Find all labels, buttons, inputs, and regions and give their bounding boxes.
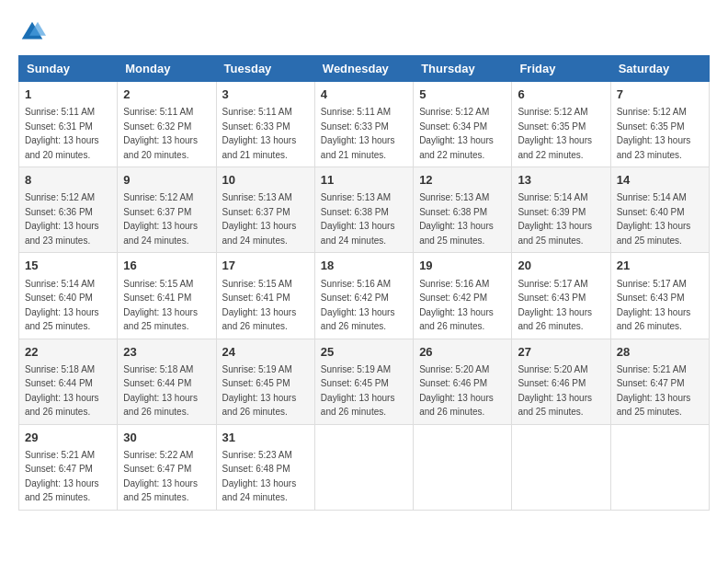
day-number-28: 28: [617, 344, 703, 361]
logo: [18, 18, 50, 46]
day-number-11: 11: [321, 172, 407, 189]
day-header-monday: Monday: [118, 56, 216, 82]
day-number-1: 1: [25, 86, 111, 103]
day-cell-3: 3Sunrise: 5:11 AMSunset: 6:33 PMDaylight…: [216, 82, 314, 167]
day-cell-16: 16Sunrise: 5:15 AMSunset: 6:41 PMDayligh…: [118, 253, 216, 339]
day-info-16: Sunrise: 5:15 AMSunset: 6:41 PMDaylight:…: [123, 279, 198, 332]
day-info-4: Sunrise: 5:11 AMSunset: 6:33 PMDaylight:…: [321, 107, 395, 160]
day-info-21: Sunrise: 5:17 AMSunset: 6:43 PMDaylight:…: [617, 279, 691, 332]
day-number-29: 29: [25, 430, 111, 446]
day-header-friday: Friday: [512, 56, 610, 82]
day-number-7: 7: [617, 86, 703, 103]
day-info-9: Sunrise: 5:12 AMSunset: 6:37 PMDaylight:…: [123, 192, 198, 246]
calendar: SundayMondayTuesdayWednesdayThursdayFrid…: [18, 55, 710, 511]
day-info-17: Sunrise: 5:15 AMSunset: 6:41 PMDaylight:…: [222, 279, 297, 332]
day-info-31: Sunrise: 5:23 AMSunset: 6:48 PMDaylight:…: [222, 450, 297, 503]
day-number-31: 31: [222, 430, 309, 446]
day-number-15: 15: [25, 258, 111, 274]
day-number-3: 3: [222, 86, 309, 103]
day-number-18: 18: [321, 258, 407, 274]
day-info-20: Sunrise: 5:17 AMSunset: 6:43 PMDaylight:…: [518, 279, 592, 332]
day-number-16: 16: [123, 258, 210, 274]
day-cell-8: 8Sunrise: 5:12 AMSunset: 6:36 PMDaylight…: [19, 167, 118, 253]
day-number-12: 12: [419, 172, 506, 189]
day-info-6: Sunrise: 5:12 AMSunset: 6:35 PMDaylight:…: [518, 107, 592, 160]
calendar-week-row-0: 1Sunrise: 5:11 AMSunset: 6:31 PMDaylight…: [19, 82, 710, 167]
day-info-30: Sunrise: 5:22 AMSunset: 6:47 PMDaylight:…: [123, 450, 198, 503]
day-cell-13: 13Sunrise: 5:14 AMSunset: 6:39 PMDayligh…: [512, 167, 610, 253]
day-info-26: Sunrise: 5:20 AMSunset: 6:46 PMDaylight:…: [419, 364, 494, 418]
day-number-25: 25: [321, 344, 407, 361]
day-number-22: 22: [25, 344, 111, 361]
day-cell-6: 6Sunrise: 5:12 AMSunset: 6:35 PMDaylight…: [512, 82, 610, 167]
day-number-8: 8: [25, 172, 111, 189]
day-info-27: Sunrise: 5:20 AMSunset: 6:46 PMDaylight:…: [518, 364, 592, 418]
day-number-13: 13: [518, 172, 604, 189]
day-cell-20: 20Sunrise: 5:17 AMSunset: 6:43 PMDayligh…: [512, 253, 610, 339]
day-info-13: Sunrise: 5:14 AMSunset: 6:39 PMDaylight:…: [518, 192, 592, 246]
day-cell-19: 19Sunrise: 5:16 AMSunset: 6:42 PMDayligh…: [414, 253, 512, 339]
day-number-27: 27: [518, 344, 604, 361]
day-info-7: Sunrise: 5:12 AMSunset: 6:35 PMDaylight:…: [617, 107, 691, 160]
day-cell-5: 5Sunrise: 5:12 AMSunset: 6:34 PMDaylight…: [414, 82, 512, 167]
day-number-19: 19: [419, 258, 506, 274]
day-info-11: Sunrise: 5:13 AMSunset: 6:38 PMDaylight:…: [321, 192, 395, 246]
empty-cell: [610, 424, 709, 510]
day-info-28: Sunrise: 5:21 AMSunset: 6:47 PMDaylight:…: [617, 364, 691, 418]
day-number-5: 5: [419, 86, 506, 103]
day-number-14: 14: [617, 172, 703, 189]
day-header-thursday: Thursday: [414, 56, 512, 82]
day-cell-22: 22Sunrise: 5:18 AMSunset: 6:44 PMDayligh…: [19, 339, 118, 424]
day-info-14: Sunrise: 5:14 AMSunset: 6:40 PMDaylight:…: [617, 192, 691, 246]
day-cell-14: 14Sunrise: 5:14 AMSunset: 6:40 PMDayligh…: [610, 167, 709, 253]
day-info-3: Sunrise: 5:11 AMSunset: 6:33 PMDaylight:…: [222, 107, 297, 160]
day-cell-24: 24Sunrise: 5:19 AMSunset: 6:45 PMDayligh…: [216, 339, 314, 424]
day-cell-1: 1Sunrise: 5:11 AMSunset: 6:31 PMDaylight…: [19, 82, 118, 167]
day-header-tuesday: Tuesday: [216, 56, 314, 82]
day-number-4: 4: [321, 86, 407, 103]
day-number-21: 21: [617, 258, 703, 274]
day-info-24: Sunrise: 5:19 AMSunset: 6:45 PMDaylight:…: [222, 364, 297, 418]
calendar-header-row: SundayMondayTuesdayWednesdayThursdayFrid…: [19, 56, 710, 82]
day-number-17: 17: [222, 258, 309, 274]
day-info-22: Sunrise: 5:18 AMSunset: 6:44 PMDaylight:…: [25, 364, 99, 418]
day-header-sunday: Sunday: [19, 56, 118, 82]
calendar-week-row-1: 8Sunrise: 5:12 AMSunset: 6:36 PMDaylight…: [19, 167, 710, 253]
day-info-29: Sunrise: 5:21 AMSunset: 6:47 PMDaylight:…: [25, 450, 99, 503]
day-number-30: 30: [123, 430, 210, 446]
day-info-19: Sunrise: 5:16 AMSunset: 6:42 PMDaylight:…: [419, 279, 494, 332]
day-cell-25: 25Sunrise: 5:19 AMSunset: 6:45 PMDayligh…: [314, 339, 413, 424]
day-cell-26: 26Sunrise: 5:20 AMSunset: 6:46 PMDayligh…: [414, 339, 512, 424]
day-header-wednesday: Wednesday: [314, 56, 413, 82]
day-number-23: 23: [123, 344, 210, 361]
day-cell-4: 4Sunrise: 5:11 AMSunset: 6:33 PMDaylight…: [314, 82, 413, 167]
day-cell-10: 10Sunrise: 5:13 AMSunset: 6:37 PMDayligh…: [216, 167, 314, 253]
calendar-week-row-2: 15Sunrise: 5:14 AMSunset: 6:40 PMDayligh…: [19, 253, 710, 339]
day-number-24: 24: [222, 344, 309, 361]
day-info-1: Sunrise: 5:11 AMSunset: 6:31 PMDaylight:…: [25, 107, 99, 160]
empty-cell: [314, 424, 413, 510]
day-header-saturday: Saturday: [610, 56, 709, 82]
day-cell-31: 31Sunrise: 5:23 AMSunset: 6:48 PMDayligh…: [216, 424, 314, 510]
day-info-12: Sunrise: 5:13 AMSunset: 6:38 PMDaylight:…: [419, 192, 494, 246]
day-cell-21: 21Sunrise: 5:17 AMSunset: 6:43 PMDayligh…: [610, 253, 709, 339]
day-number-20: 20: [518, 258, 604, 274]
day-number-6: 6: [518, 86, 604, 103]
day-info-10: Sunrise: 5:13 AMSunset: 6:37 PMDaylight:…: [222, 192, 297, 246]
day-cell-27: 27Sunrise: 5:20 AMSunset: 6:46 PMDayligh…: [512, 339, 610, 424]
day-cell-29: 29Sunrise: 5:21 AMSunset: 6:47 PMDayligh…: [19, 424, 118, 510]
day-info-2: Sunrise: 5:11 AMSunset: 6:32 PMDaylight:…: [123, 107, 198, 160]
day-cell-15: 15Sunrise: 5:14 AMSunset: 6:40 PMDayligh…: [19, 253, 118, 339]
day-info-5: Sunrise: 5:12 AMSunset: 6:34 PMDaylight:…: [419, 107, 494, 160]
day-cell-30: 30Sunrise: 5:22 AMSunset: 6:47 PMDayligh…: [118, 424, 216, 510]
day-cell-9: 9Sunrise: 5:12 AMSunset: 6:37 PMDaylight…: [118, 167, 216, 253]
calendar-week-row-4: 29Sunrise: 5:21 AMSunset: 6:47 PMDayligh…: [19, 424, 710, 510]
day-cell-18: 18Sunrise: 5:16 AMSunset: 6:42 PMDayligh…: [314, 253, 413, 339]
empty-cell: [512, 424, 610, 510]
header: [18, 18, 710, 46]
calendar-week-row-3: 22Sunrise: 5:18 AMSunset: 6:44 PMDayligh…: [19, 339, 710, 424]
logo-icon: [18, 18, 46, 46]
day-number-9: 9: [123, 172, 210, 189]
day-info-23: Sunrise: 5:18 AMSunset: 6:44 PMDaylight:…: [123, 364, 198, 418]
day-number-10: 10: [222, 172, 309, 189]
